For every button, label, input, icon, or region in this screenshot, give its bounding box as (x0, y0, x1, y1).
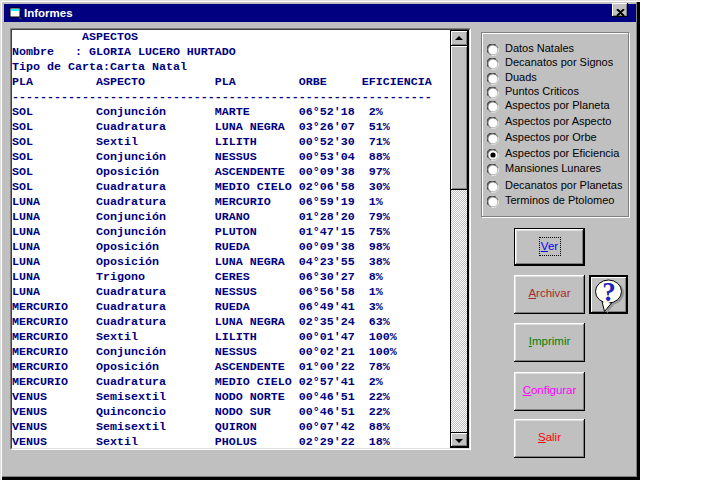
svg-text:?: ? (602, 277, 616, 307)
